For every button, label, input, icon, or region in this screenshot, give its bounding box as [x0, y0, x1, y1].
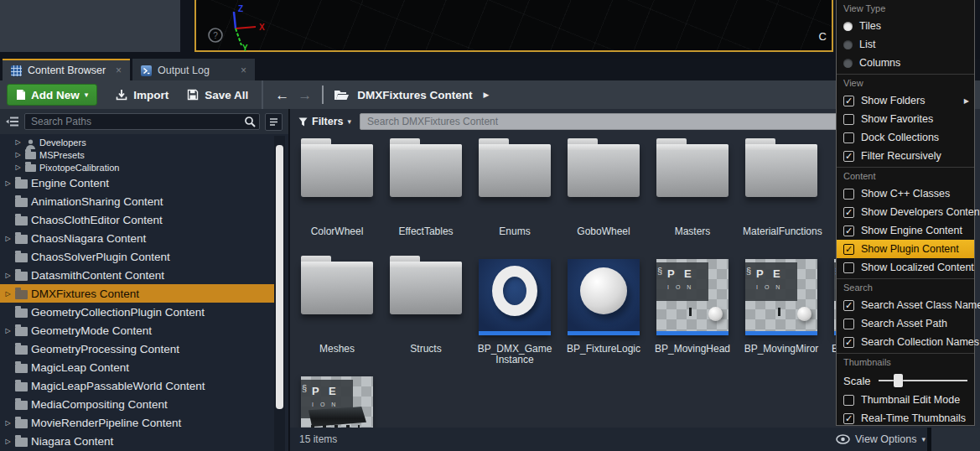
menu-item-show-developers-content[interactable]: ✓Show Developers Content — [837, 203, 974, 221]
tree-item-magicleap-content[interactable]: MagicLeap Content — [0, 358, 274, 376]
expander-icon: ▷ — [4, 179, 12, 187]
menu-section-header: View — [837, 75, 974, 91]
axis-gizmo: ? Z X Y — [206, 2, 277, 52]
tree-item-movierenderpipeline-content[interactable]: ▷MovieRenderPipeline Content — [0, 413, 274, 432]
folder-tile-effecttables[interactable]: EffectTables — [387, 134, 464, 197]
viewport-clipped-text: C — [819, 30, 827, 43]
asset-tile-bp-movingmiror[interactable]: §P EI O NBP_MovingMiror — [743, 251, 820, 335]
asset-tile-bp-movinghead[interactable]: §P EI O NBP_MovingHead — [654, 251, 731, 335]
view-options-button[interactable]: View Options ▾ — [836, 428, 929, 451]
tree-item-niagara-content[interactable]: ▷Niagara Content — [0, 432, 274, 450]
menu-item-show-favorites[interactable]: Show Favorites — [837, 110, 974, 128]
new-asset-icon — [16, 89, 26, 101]
tab-output-log[interactable]: Output Log × — [132, 59, 255, 80]
tree-item-mediacompositing-content[interactable]: MediaCompositing Content — [0, 395, 274, 413]
menu-item-tiles[interactable]: Tiles — [837, 17, 974, 35]
menu-item-show-plugin-content[interactable]: ✓Show Plugin Content — [837, 240, 974, 258]
tree-scrollbar-thumb[interactable] — [276, 145, 283, 409]
tree-item-animationsharing-content[interactable]: AnimationSharing Content — [0, 192, 274, 210]
collapse-sources-icon[interactable] — [5, 116, 19, 127]
add-new-button[interactable]: Add New ▾ — [7, 84, 97, 106]
menu-item-label: Thumbnail Edit Mode — [861, 394, 960, 406]
breadcrumb[interactable]: DMXFixtures Content ▶ — [334, 89, 489, 101]
menu-item-show-engine-content[interactable]: ✓Show Engine Content — [837, 221, 974, 240]
asset-tile-fixture[interactable]: §P EI O N — [298, 369, 376, 428]
tile-label: BP_FixtureLogic — [565, 344, 642, 355]
folder-tile-materialfunctions[interactable]: MaterialFunctions — [743, 134, 820, 197]
folder-icon — [390, 262, 462, 314]
menu-item-search-asset-class-names[interactable]: ✓Search Asset Class Names — [837, 296, 974, 314]
pe-logo-line2: I O N — [312, 402, 338, 407]
menu-item-dock-collections[interactable]: Dock Collections — [837, 128, 974, 147]
folder-icon — [15, 401, 28, 410]
checkbox-icon — [843, 395, 854, 406]
tree-item-pixotopecalibration[interactable]: ▷PixotopeCalibration — [0, 161, 274, 174]
tree-item-mspresets[interactable]: ▷MSPresets — [0, 148, 274, 161]
menu-item-filter-recursively[interactable]: ✓Filter Recursively — [837, 147, 974, 165]
tree-item-datasmithcontent-content[interactable]: ▷DatasmithContent Content — [0, 266, 274, 284]
menu-item-columns[interactable]: Columns — [837, 54, 974, 72]
close-icon[interactable]: × — [116, 65, 122, 76]
tree-item-geometrymode-content[interactable]: ▷GeometryMode Content — [0, 321, 274, 340]
import-icon — [116, 89, 127, 101]
folder-tile-masters[interactable]: Masters — [654, 134, 731, 197]
checkbox-icon — [843, 114, 854, 125]
tree-item-developers[interactable]: ▷Developers — [0, 136, 274, 148]
pe-logo-line2: I O N — [756, 284, 782, 290]
folder-icon — [15, 253, 28, 262]
tree-item-geometrycollectionplugin-content[interactable]: GeometryCollectionPlugin Content — [0, 303, 274, 321]
add-new-label: Add New — [31, 89, 80, 101]
menu-item-show-localized-content[interactable]: Show Localized Content — [837, 258, 974, 277]
menu-item-search-collection-names[interactable]: ✓Search Collection Names — [837, 333, 974, 351]
saved-searches-button[interactable] — [265, 113, 283, 131]
tab-content-browser[interactable]: Content Browser × — [3, 59, 130, 80]
tree-item-label: ChaosClothEditor Content — [31, 214, 163, 226]
folder-tile-colorwheel[interactable]: ColorWheel — [298, 134, 376, 197]
fixture-beam — [778, 308, 780, 316]
folder-icon — [15, 364, 28, 373]
close-icon[interactable]: × — [241, 65, 246, 76]
tree-item-engine-content[interactable]: ▷Engine Content — [0, 174, 274, 192]
import-label: Import — [133, 89, 169, 101]
folder-tile-meshes[interactable]: Meshes — [298, 251, 376, 314]
folder-icon — [479, 144, 551, 197]
forward-arrow-button[interactable]: → — [298, 88, 312, 102]
folder-tile-enums[interactable]: Enums — [476, 134, 553, 197]
save-all-button[interactable]: Save All — [187, 89, 248, 101]
torus-preview — [492, 266, 537, 316]
asset-tile-bp-fixturelogic[interactable]: BP_FixtureLogic — [565, 251, 642, 335]
menu-item-label: Filter Recursively — [861, 150, 941, 162]
asset-tile-bp-dmx-game-instance[interactable]: BP_DMX_Game Instance — [476, 251, 553, 335]
level-viewport[interactable]: ? Z X Y C — [194, 0, 833, 52]
slider-thumb[interactable] — [894, 374, 903, 387]
toolbar-splitter[interactable] — [262, 80, 263, 109]
menu-item-search-asset-path[interactable]: Search Asset Path — [837, 314, 974, 333]
tab-bar: Content Browser × Output Log × — [0, 59, 980, 80]
menu-item-show-c-classes[interactable]: Show C++ Classes — [837, 184, 974, 203]
tree-item-chaosclotheditor-content[interactable]: ChaosClothEditor Content — [0, 210, 274, 229]
filters-button[interactable]: Filters ▾ — [298, 116, 351, 127]
thumbnail-background: §P EI O N — [301, 376, 373, 428]
menu-item-label: Tiles — [859, 20, 881, 32]
menu-item-list[interactable]: List — [837, 35, 974, 54]
tree-item-chaossolverplugin-content[interactable]: ChaosSolverPlugin Content — [0, 247, 274, 266]
tree-item-dmxfixtures-content[interactable]: ▷DMXFixtures Content — [0, 284, 274, 303]
tile-label: Structs — [387, 344, 464, 355]
breadcrumb-expand-icon[interactable]: ▶ — [484, 91, 490, 99]
folder-tile-structs[interactable]: Structs — [387, 251, 464, 314]
tile-label: BP_MovingHead — [654, 344, 731, 355]
paths-search-input[interactable] — [24, 113, 260, 130]
menu-item-scale: Scale — [837, 371, 974, 391]
tree-item-magicleappassableworld-content[interactable]: MagicLeapPassableWorld Content — [0, 376, 274, 395]
tree-item-geometryprocessing-content[interactable]: GeometryProcessing Content — [0, 340, 274, 358]
menu-item-thumbnail-edit-mode[interactable]: Thumbnail Edit Mode — [837, 391, 974, 409]
back-arrow-button[interactable]: ← — [275, 88, 289, 102]
menu-item-label: Show Plugin Content — [861, 243, 959, 255]
menu-item-show-folders[interactable]: ✓Show Folders▶ — [837, 91, 974, 110]
folder-tile-gobowheel[interactable]: GoboWheel — [565, 134, 642, 197]
menu-section-view: View✓Show Folders▶Show FavoritesDock Col… — [837, 74, 974, 167]
menu-item-real-time-thumbnails[interactable]: ✓Real-Time Thumbnails — [837, 409, 974, 428]
tree-item-chaosniagara-content[interactable]: ▷ChaosNiagara Content — [0, 229, 274, 247]
import-button[interactable]: Import — [116, 89, 169, 101]
thumbnail-scale-slider[interactable] — [879, 380, 967, 381]
